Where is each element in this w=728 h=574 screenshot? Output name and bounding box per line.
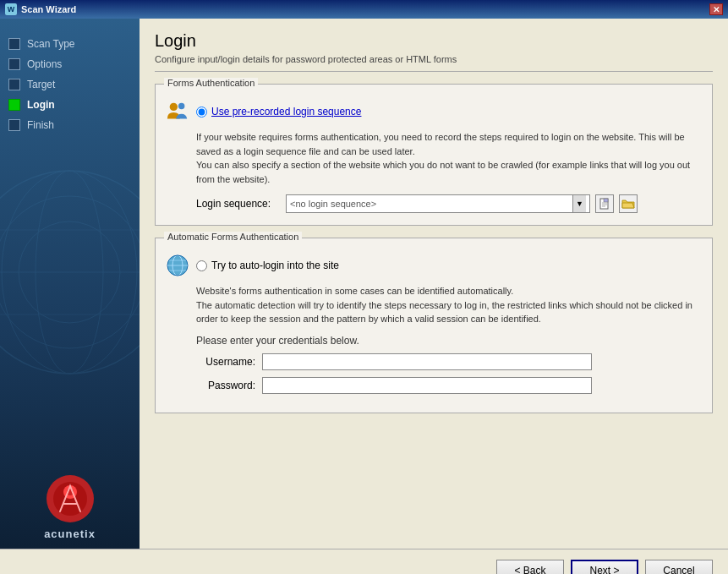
- username-input[interactable]: [262, 353, 592, 370]
- acunetix-logo-icon: [45, 473, 96, 524]
- credentials-section: Please enter your credentials below. Use…: [196, 335, 702, 394]
- forms-auth-radio-label[interactable]: Use pre-recorded login sequence: [196, 106, 361, 118]
- nav-checkbox-scan-type: [8, 38, 20, 50]
- sidebar-item-login[interactable]: Login: [0, 95, 140, 115]
- content-area: Login Configure input/login details for …: [140, 19, 728, 549]
- nav-label-finish: Finish: [27, 119, 54, 131]
- forms-auth-group: Forms Authentication Use pre-recorded lo…: [155, 84, 713, 226]
- credentials-label: Please enter your credentials below.: [196, 335, 702, 347]
- page-title: Login: [155, 31, 713, 51]
- nav-checkbox-login: [8, 99, 20, 111]
- back-button[interactable]: < Back: [496, 560, 564, 575]
- nav-label-login: Login: [27, 99, 55, 111]
- new-sequence-button[interactable]: [595, 194, 614, 213]
- auto-auth-group: Automatic Forms Authentication Try: [155, 238, 713, 413]
- globe-icon: [166, 254, 189, 277]
- sidebar-item-options[interactable]: Options: [0, 54, 140, 74]
- nav-label-target: Target: [27, 79, 55, 90]
- password-label: Password:: [196, 380, 255, 391]
- page-subtitle: Configure input/login details for passwo…: [155, 54, 713, 72]
- cancel-button[interactable]: Cancel: [645, 560, 713, 575]
- combo-dropdown-arrow[interactable]: ▼: [572, 195, 586, 212]
- login-seq-label: Login sequence:: [196, 198, 281, 210]
- open-folder-icon: [621, 198, 635, 210]
- login-sequence-combo[interactable]: <no login sequence> ▼: [286, 194, 590, 213]
- forms-auth-group-title: Forms Authentication: [164, 78, 258, 88]
- auto-auth-description: Website's forms authentication in some c…: [196, 284, 702, 326]
- sidebar-item-finish[interactable]: Finish: [0, 115, 140, 135]
- svg-rect-15: [604, 199, 608, 202]
- sidebar-item-target[interactable]: Target: [0, 74, 140, 95]
- svg-point-13: [178, 103, 184, 109]
- forms-auth-radio[interactable]: [196, 107, 207, 118]
- nav-checkbox-target: [8, 79, 20, 90]
- next-button[interactable]: Next >: [571, 560, 638, 575]
- password-input[interactable]: [262, 377, 592, 394]
- forms-auth-description: If your website requires forms authentic…: [196, 130, 702, 186]
- auto-auth-radio-text: Try to auto-login into the site: [211, 260, 339, 271]
- sidebar-item-scan-type[interactable]: Scan Type: [0, 34, 140, 54]
- login-sequence-row: Login sequence: <no login sequence> ▼: [196, 194, 702, 213]
- window-title: Scan Wizard: [21, 4, 76, 14]
- title-bar: W Scan Wizard ✕: [0, 0, 728, 19]
- auto-auth-radio-label[interactable]: Try to auto-login into the site: [196, 260, 339, 271]
- app-icon: W: [5, 3, 17, 15]
- username-row: Username:: [196, 353, 702, 370]
- login-sequence-value: <no login sequence>: [290, 199, 376, 209]
- svg-point-12: [170, 103, 178, 111]
- close-button[interactable]: ✕: [709, 3, 723, 15]
- auto-auth-radio[interactable]: [196, 260, 207, 271]
- username-label: Username:: [196, 356, 255, 368]
- forms-auth-row: Use pre-recorded login sequence: [166, 100, 702, 123]
- users-icon: [166, 100, 189, 123]
- acunetix-logo-text: acunetix: [44, 528, 96, 540]
- nav-label-scan-type: Scan Type: [27, 38, 74, 50]
- password-row: Password:: [196, 377, 702, 394]
- auto-auth-group-title: Automatic Forms Authentication: [164, 232, 302, 242]
- nav-checkbox-finish: [8, 119, 20, 131]
- main-container: Scan Type Options Target Login Finish: [0, 19, 728, 549]
- bottom-bar: < Back Next > Cancel: [0, 549, 728, 574]
- auto-auth-row: Try to auto-login into the site: [166, 254, 702, 277]
- forms-auth-radio-text: Use pre-recorded login sequence: [211, 106, 361, 118]
- new-file-icon: [599, 198, 610, 210]
- sidebar: Scan Type Options Target Login Finish: [0, 19, 140, 549]
- open-sequence-button[interactable]: [619, 194, 638, 213]
- nav-label-options: Options: [27, 58, 62, 70]
- nav-checkbox-options: [8, 58, 20, 70]
- sidebar-logo: acunetix: [0, 473, 140, 540]
- sidebar-nav: Scan Type Options Target Login Finish: [0, 27, 140, 142]
